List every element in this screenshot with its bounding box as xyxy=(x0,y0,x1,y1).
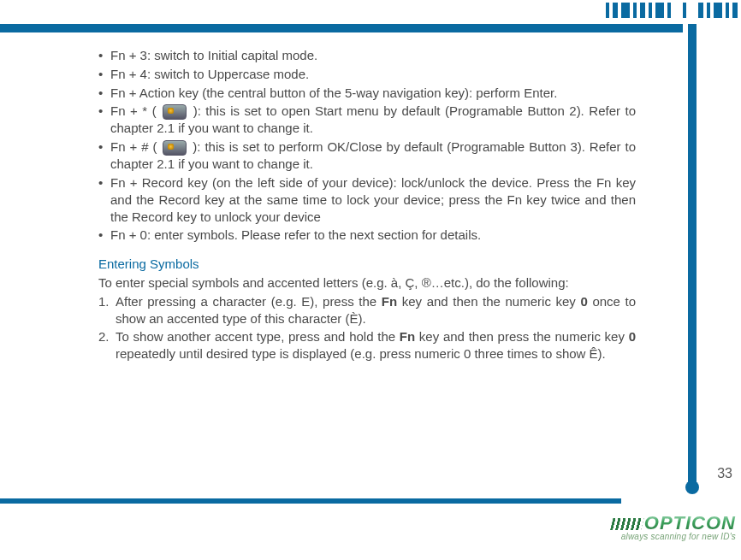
right-bar-endcap xyxy=(685,480,699,494)
bottom-ribbon xyxy=(0,498,621,504)
step-text: key and then press the numeric key xyxy=(415,329,629,344)
key-fn: Fn xyxy=(382,294,397,309)
shortcut-item: Fn + Action key (the central button of t… xyxy=(98,85,636,102)
shortcut-item: Fn + 3: switch to Initial capital mode. xyxy=(98,47,636,64)
brand-wordmark: OPTICON xyxy=(612,515,736,532)
section-title-entering-symbols: Entering Symbols xyxy=(98,256,636,273)
shortcut-text-pre: Fn + # ( xyxy=(110,139,161,154)
step-text: To show another accent type, press and h… xyxy=(116,329,400,344)
brand-name: OPTICON xyxy=(644,512,736,533)
page: Fn + 3: switch to Initial capital mode.F… xyxy=(0,0,741,560)
symbols-intro: To enter special symbols and accented le… xyxy=(98,274,636,292)
start-menu-key-icon xyxy=(163,104,187,120)
shortcut-text-pre: Fn + * ( xyxy=(110,103,161,118)
symbols-step: After pressing a character (e.g. E), pre… xyxy=(98,293,636,327)
shortcut-item: Fn + 0: enter symbols. Please refer to t… xyxy=(98,227,636,244)
top-ribbon xyxy=(0,24,683,32)
ok-close-key-icon xyxy=(163,140,187,156)
key-fn: Fn xyxy=(400,329,415,344)
step-text: key and then the numeric key xyxy=(397,294,580,309)
shortcut-item: Fn + * ( ): this is set to open Start me… xyxy=(98,103,636,137)
shortcut-list: Fn + 3: switch to Initial capital mode.F… xyxy=(98,47,636,244)
symbols-step: To show another accent type, press and h… xyxy=(98,328,636,363)
shortcut-item: Fn + Record key (on the left side of you… xyxy=(98,174,636,225)
step-text: After pressing a character (e.g. E), pre… xyxy=(116,294,382,309)
brand-logo: OPTICON always scanning for new ID's xyxy=(612,515,736,541)
top-barcode-decoration xyxy=(606,3,738,18)
key-zero: 0 xyxy=(580,294,587,309)
symbols-steps: After pressing a character (e.g. E), pre… xyxy=(98,293,636,363)
page-number: 33 xyxy=(717,466,732,481)
shortcut-text-post: ): this is set to perform OK/Close by de… xyxy=(110,139,636,171)
shortcut-text-post: ): this is set to open Start menu by def… xyxy=(110,103,636,135)
right-vertical-bar xyxy=(688,24,697,487)
barcode-icon xyxy=(610,518,643,530)
main-content: Fn + 3: switch to Initial capital mode.F… xyxy=(98,47,636,364)
step-text: repeatedly until desired type is display… xyxy=(116,346,606,361)
shortcut-item: Fn + # ( ): this is set to perform OK/Cl… xyxy=(98,139,636,173)
brand-tagline: always scanning for new ID's xyxy=(612,532,736,541)
shortcut-item: Fn + 4: switch to Uppercase mode. xyxy=(98,66,636,83)
key-zero: 0 xyxy=(629,329,636,344)
